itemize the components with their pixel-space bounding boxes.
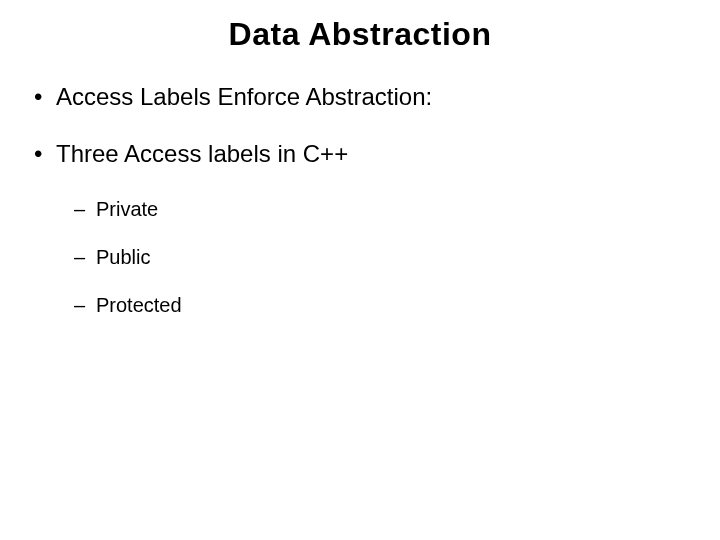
dash-icon: – bbox=[74, 197, 96, 221]
bullet-icon: • bbox=[34, 83, 56, 112]
dash-icon: – bbox=[74, 293, 96, 317]
sub-bullet-text: Protected bbox=[96, 293, 182, 317]
bullet-text: Three Access labels in C++ bbox=[56, 140, 348, 169]
sub-bullet-list: – Private – Public – Protected bbox=[74, 197, 686, 317]
bullet-item: • Access Labels Enforce Abstraction: bbox=[34, 83, 686, 112]
slide-title: Data Abstraction bbox=[34, 16, 686, 53]
sub-bullet-item: – Public bbox=[74, 245, 686, 269]
bullet-text: Access Labels Enforce Abstraction: bbox=[56, 83, 432, 112]
sub-bullet-item: – Protected bbox=[74, 293, 686, 317]
sub-bullet-item: – Private bbox=[74, 197, 686, 221]
bullet-icon: • bbox=[34, 140, 56, 169]
bullet-item: • Three Access labels in C++ bbox=[34, 140, 686, 169]
sub-bullet-text: Public bbox=[96, 245, 150, 269]
sub-bullet-text: Private bbox=[96, 197, 158, 221]
dash-icon: – bbox=[74, 245, 96, 269]
